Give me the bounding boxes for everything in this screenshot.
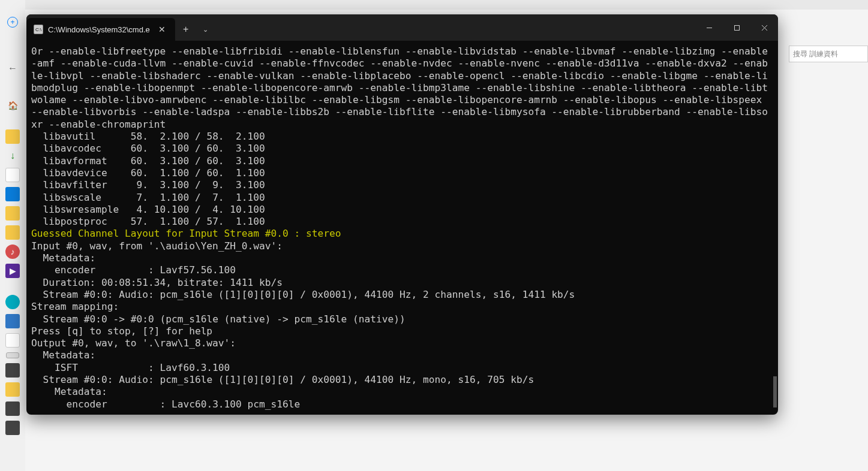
left-sidebar: + ← 🏠 ↓ ♪ ▶ [0, 0, 25, 471]
libswscale-line: libswscale 7. 1.100 / 7. 1.100 [31, 192, 265, 203]
folder3-icon[interactable] [5, 225, 20, 240]
cloud-icon[interactable] [5, 295, 20, 309]
terminal-tab[interactable]: C:\ C:\Windows\System32\cmd.e ✕ [26, 18, 175, 41]
output0-line: Output #0, wav, to '.\raw\1_8.wav': [31, 337, 236, 349]
dark3-icon[interactable] [5, 421, 20, 435]
pictures-icon[interactable] [5, 187, 20, 201]
add-icon[interactable]: + [7, 17, 18, 28]
map-entry-line: Stream #0:0 -> #0:0 (pcm_s16le (native) … [31, 313, 406, 325]
encoder1-line: encoder : Lavf57.56.100 [31, 264, 236, 276]
tab-title: C:\Windows\System32\cmd.e [48, 25, 150, 34]
libswresample-line: libswresample 4. 10.100 / 4. 10.100 [31, 204, 265, 215]
video-icon[interactable]: ▶ [5, 264, 20, 278]
close-button[interactable] [750, 14, 778, 41]
output-stream-line: Stream #0:0: Audio: pcm_s16le ([1][0][0]… [31, 374, 534, 385]
libavformat-line: libavformat 60. 3.100 / 60. 3.100 [31, 155, 265, 167]
new-tab-button[interactable]: + [175, 18, 197, 41]
window-controls [695, 14, 778, 41]
guessed-channel-line: Guessed Channel Layout for Input Stream … [31, 228, 341, 239]
svg-rect-2 [734, 25, 739, 30]
press-q-line: Press [q] to stop, [?] for help [31, 325, 212, 337]
browser-tab-strip [25, 0, 868, 10]
config-flags-line: 0r --enable-libfreetype --enable-libfrib… [31, 46, 768, 130]
home-icon[interactable]: 🏠 [5, 98, 20, 113]
minimize-button[interactable] [695, 14, 723, 41]
metadata3-line: Metadata: [31, 386, 107, 397]
folder-icon[interactable] [5, 129, 20, 144]
documents-icon[interactable] [5, 168, 20, 182]
dark-icon[interactable] [5, 363, 20, 378]
folder4-icon[interactable] [5, 382, 20, 397]
downloads-icon[interactable]: ↓ [5, 149, 20, 163]
maximize-button[interactable] [723, 14, 750, 41]
isft-line: ISFT : Lavf60.3.100 [31, 362, 230, 373]
search-input[interactable]: 搜尋 訓練資料 [789, 46, 868, 62]
dark2-icon[interactable] [5, 401, 20, 416]
metadata2-line: Metadata: [31, 349, 95, 361]
back-icon[interactable]: ← [5, 61, 20, 76]
terminal-window: C:\ C:\Windows\System32\cmd.e ✕ + ⌄ 0r -… [26, 14, 778, 415]
libavutil-line: libavutil 58. 2.100 / 58. 2.100 [31, 131, 265, 142]
doc2-icon[interactable] [5, 333, 20, 348]
cmd-icon: C:\ [34, 25, 43, 34]
libavdevice-line: libavdevice 60. 1.100 / 60. 1.100 [31, 167, 265, 179]
tab-close-button[interactable]: ✕ [155, 23, 169, 35]
terminal-output[interactable]: 0r --enable-libfreetype --enable-libfrib… [26, 41, 778, 415]
stream-mapping-line: Stream mapping: [31, 301, 119, 312]
titlebar: C:\ C:\Windows\System32\cmd.e ✕ + ⌄ [26, 14, 778, 41]
libpostproc-line: libpostproc 57. 1.100 / 57. 1.100 [31, 216, 265, 227]
tab-dropdown-button[interactable]: ⌄ [197, 18, 215, 41]
folder2-icon[interactable] [5, 206, 20, 221]
metadata1-line: Metadata: [31, 252, 95, 264]
search-placeholder: 搜尋 訓練資料 [793, 49, 838, 59]
svg-text:C:\: C:\ [35, 27, 41, 32]
libavcodec-line: libavcodec 60. 3.100 / 60. 3.100 [31, 143, 265, 154]
scrollbar-thumb[interactable] [773, 376, 777, 407]
duration-line: Duration: 00:08:51.34, bitrate: 1411 kb/… [31, 277, 283, 288]
desktop-icon[interactable] [5, 314, 20, 328]
input-stream-line: Stream #0:0: Audio: pcm_s16le ([1][0][0]… [31, 289, 575, 300]
music-icon[interactable]: ♪ [5, 244, 20, 259]
input0-line: Input #0, wav, from '.\audio\Yen_ZH_0.wa… [31, 240, 283, 252]
scrollbar[interactable] [772, 41, 777, 413]
libavfilter-line: libavfilter 9. 3.100 / 9. 3.100 [31, 179, 265, 191]
drive-icon[interactable] [6, 352, 19, 358]
encoder2-line: encoder : Lavc60.3.100 pcm_s16le [31, 398, 300, 410]
